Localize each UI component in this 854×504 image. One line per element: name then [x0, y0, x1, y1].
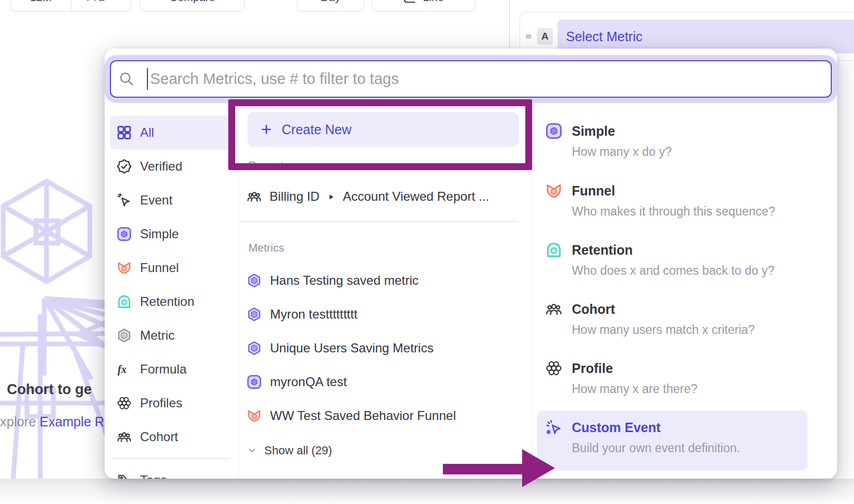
metric-picker-content: AllVerifiedEventSimpleFunnelRetentionMet… [105, 109, 837, 479]
sidebar-item-label: Metric [140, 328, 174, 343]
hexagon-icon [246, 340, 262, 356]
metric-types-column: SimpleHow many x do y?FunnelWho makes it… [532, 109, 837, 479]
sidebar-item-label: All [140, 125, 154, 140]
sidebar-item-profiles[interactable]: Profiles [110, 386, 232, 420]
saved-metric-label: WW Test Saved Behavior Funnel [270, 408, 456, 423]
sidebar-item-label: Verified [140, 159, 182, 174]
metric-type-description: Who makes it through this sequence? [572, 203, 775, 219]
search-icon [118, 71, 134, 87]
metric-type-title: Funnel [572, 182, 775, 200]
sidebar-item-event[interactable]: Event [110, 183, 232, 217]
sidebar-item-label: Simple [140, 227, 179, 241]
saved-metric-ww-test-saved-behavior-funnel[interactable]: WW Test Saved Behavior Funnel [239, 399, 532, 433]
svg-text:fx: fx [118, 363, 127, 376]
compare-button[interactable]: Compare [140, 0, 245, 12]
cohort-icon [116, 429, 132, 445]
sidebar-item-retention[interactable]: Retention [110, 285, 232, 319]
search-input[interactable] [110, 60, 832, 98]
sidebar-item-label: Tags [140, 473, 167, 479]
saved-metric-label: Unique Users Saving Metrics [270, 341, 433, 356]
saved-metric-myronqa-test[interactable]: myronQA test [239, 365, 532, 399]
custom-event-icon [545, 418, 563, 436]
funnel-icon [246, 408, 262, 424]
sidebar-item-label: Formula [140, 362, 187, 377]
saved-metric-myron-testtttttttt[interactable]: Myron testtttttttt [239, 297, 532, 331]
sidebar-item-simple[interactable]: Simple [110, 217, 232, 251]
sidebar-item-tags[interactable]: Tags [110, 463, 232, 479]
page-bottom-shadow [0, 479, 854, 504]
sidebar-item-label: Retention [140, 294, 194, 309]
metric-picker-list-column: Create New Recents Billing ID Account Vi… [239, 109, 532, 479]
metric-picker-sidebar: AllVerifiedEventSimpleFunnelRetentionMet… [105, 109, 239, 479]
hexagon-icon [246, 273, 262, 288]
sidebar-item-verified[interactable]: Verified [110, 150, 232, 183]
sidebar-item-label: Cohort [140, 430, 178, 444]
formula-icon: fx [116, 361, 132, 377]
retention-icon [545, 241, 563, 259]
recent-item-secondary: Account Viewed Report ... [343, 189, 489, 204]
saved-metric-unique-users-saving-metrics[interactable]: Unique Users Saving Metrics [239, 331, 532, 365]
app-canvas: Cohort to ge xplore Example R 12M YTD Co… [0, 0, 854, 504]
verified-icon [116, 158, 132, 174]
sidebar-item-all[interactable]: All [110, 116, 232, 150]
metric-type-retention[interactable]: RetentionWho does x and comes back to do… [545, 241, 824, 278]
metric-type-title: Profile [572, 359, 698, 377]
series-letter-badge: A [537, 28, 553, 45]
sidebar-item-funnel[interactable]: Funnel [110, 251, 232, 285]
sidebar-item-label: Profiles [140, 396, 182, 410]
show-all-button[interactable]: Show all (29) [247, 441, 332, 460]
plus-icon [260, 123, 273, 136]
sidebar-item-formula[interactable]: fxFormula [110, 352, 232, 386]
metric-type-simple[interactable]: SimpleHow many x do y? [545, 122, 824, 160]
sidebar-item-label: Funnel [140, 260, 179, 275]
cohort-icon [545, 300, 563, 318]
simple-icon [246, 374, 262, 390]
example-link[interactable]: Example R [40, 414, 104, 429]
saved-metrics-list: Hans Testing saved metricMyron testttttt… [239, 264, 532, 433]
saved-metric-hans-testing-saved-metric[interactable]: Hans Testing saved metric [239, 264, 532, 297]
cohort-icon [246, 189, 262, 204]
recent-metric-item[interactable]: Billing ID Account Viewed Report ... [239, 180, 526, 213]
sidebar-item-metric[interactable]: Metric [110, 319, 232, 352]
section-divider [240, 221, 518, 222]
recents-section-label: Recents [248, 159, 289, 172]
chevron-down-icon [247, 446, 257, 455]
metric-type-profile[interactable]: ProfileHow many x are there? [545, 359, 824, 397]
metric-type-title: Cohort [572, 300, 755, 318]
time-range-12m-button[interactable]: 12M [11, 0, 71, 11]
metric-type-description: Build your own event definition. [572, 440, 740, 456]
text-cursor [147, 68, 148, 90]
metric-type-custom-event[interactable]: Custom EventBuild your own event definit… [537, 410, 807, 471]
sidebar-divider [113, 458, 230, 459]
breadcrumb-caret-icon [328, 194, 335, 200]
chart-type-line-button[interactable]: Line [372, 0, 475, 12]
metric-type-description: How many x do y? [572, 144, 672, 160]
retention-icon [116, 294, 132, 310]
metric-picker-modal: AllVerifiedEventSimpleFunnelRetentionMet… [105, 49, 837, 479]
funnel-icon [116, 260, 132, 276]
metric-type-title: Simple [572, 122, 672, 140]
empty-state-subtext: xplore Example R [0, 414, 104, 430]
metrics-section-label: Metrics [248, 241, 284, 254]
granularity-day-button[interactable]: Day [297, 0, 364, 12]
drag-handle-icon[interactable] [524, 32, 533, 41]
chevron-down-icon [110, 0, 117, 1]
profiles-icon [545, 359, 563, 377]
time-range-ytd-button[interactable]: YTD [71, 0, 131, 11]
explore-text: xplore [0, 414, 40, 429]
metric-type-funnel[interactable]: FunnelWho makes it through this sequence… [545, 182, 824, 219]
event-icon [116, 192, 132, 208]
tag-icon [116, 472, 132, 479]
create-new-button[interactable]: Create New [247, 112, 519, 147]
metric-icon [116, 328, 132, 343]
metric-type-description: How many users match x criteria? [572, 322, 755, 338]
empty-state-heading: Cohort to ge [7, 381, 91, 398]
metric-type-title: Custom Event [572, 418, 740, 436]
saved-metric-label: Myron testtttttttt [270, 307, 357, 322]
time-range-segmented-control: 12M YTD [11, 0, 131, 12]
simple-icon [116, 226, 132, 242]
metric-type-cohort[interactable]: CohortHow many users match x criteria? [545, 300, 824, 338]
saved-metric-label: myronQA test [270, 375, 347, 389]
sidebar-item-cohort[interactable]: Cohort [110, 420, 232, 454]
hexagon-icon [246, 306, 262, 322]
